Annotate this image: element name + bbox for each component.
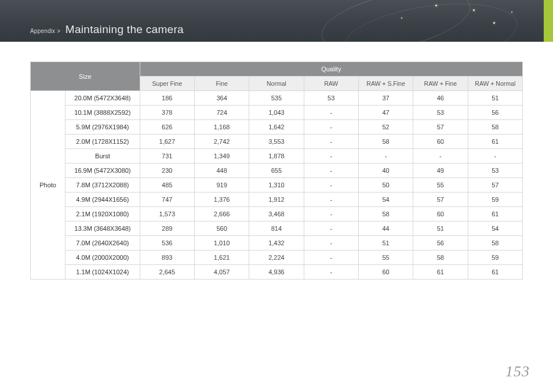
value-cell: - [304, 193, 358, 207]
value-cell: 44 [358, 222, 413, 236]
value-cell: 1,573 [140, 207, 194, 222]
category-cell: Photo [31, 91, 66, 280]
table-row: 2.1M (1920X1080)1,5732,6663,468-586061 [31, 207, 523, 222]
value-cell: 186 [140, 91, 194, 106]
value-cell: 61 [413, 265, 468, 280]
size-cell: 16.9M (5472X3080) [66, 164, 140, 178]
value-cell: 53 [468, 164, 522, 178]
value-cell: - [304, 265, 358, 280]
value-cell: - [304, 251, 358, 265]
value-cell: 1,627 [140, 135, 194, 149]
value-cell: 51 [468, 91, 522, 106]
value-cell: - [304, 164, 358, 178]
accent-strip [544, 0, 553, 42]
value-cell: 1,912 [249, 193, 304, 207]
value-cell: 626 [140, 120, 194, 135]
value-cell: 51 [358, 236, 413, 251]
size-cell: 20.0M (5472X3648) [66, 91, 140, 106]
value-cell: 49 [413, 164, 468, 178]
value-cell: 54 [468, 222, 522, 236]
value-cell: 1,010 [194, 236, 249, 251]
value-cell: 47 [358, 106, 413, 120]
th-quality-col: RAW + Normal [468, 77, 522, 91]
table-row: 7.8M (3712X2088)4859191,310-505557 [31, 178, 523, 193]
sparkle-icon [511, 12, 512, 13]
table-row: 4.9M (2944X1656)7471,3761,912-545759 [31, 193, 523, 207]
value-cell: 60 [413, 207, 468, 222]
value-cell: - [413, 149, 468, 164]
value-cell: 56 [413, 236, 468, 251]
value-cell: 1,878 [249, 149, 304, 164]
value-cell: 1,168 [194, 120, 249, 135]
table-row: 1.1M (1024X1024)2,6454,0574,936-606161 [31, 265, 523, 280]
value-cell: 59 [468, 193, 522, 207]
value-cell: 60 [413, 135, 468, 149]
value-cell: 55 [358, 251, 413, 265]
page-header-band: Appendix > Maintaining the camera [0, 0, 553, 42]
breadcrumb: Appendix > Maintaining the camera [30, 23, 184, 36]
th-quality-col: Normal [249, 77, 304, 91]
th-size: Size [31, 62, 140, 91]
sparkle-icon [435, 5, 437, 6]
breadcrumb-prefix: Appendix > [30, 28, 60, 34]
value-cell: 57 [468, 178, 522, 193]
value-cell: - [304, 135, 358, 149]
value-cell: 58 [358, 207, 413, 222]
size-cell: 4.0M (2000X2000) [66, 251, 140, 265]
value-cell: - [304, 178, 358, 193]
value-cell: 57 [413, 193, 468, 207]
value-cell: 57 [413, 120, 468, 135]
value-cell: 60 [358, 265, 413, 280]
size-cell: 10.1M (3888X2592) [66, 106, 140, 120]
size-cell: 2.0M (1728X1152) [66, 135, 140, 149]
value-cell: 230 [140, 164, 194, 178]
value-cell: 2,224 [249, 251, 304, 265]
value-cell: 61 [468, 265, 522, 280]
value-cell: 1,043 [249, 106, 304, 120]
th-quality-col: RAW [304, 77, 358, 91]
size-cell: 2.1M (1920X1080) [66, 207, 140, 222]
value-cell: 58 [358, 135, 413, 149]
value-cell: 37 [358, 91, 413, 106]
value-cell: 58 [413, 251, 468, 265]
value-cell: 535 [249, 91, 304, 106]
table-row: Photo20.0M (5472X3648)18636453553374651 [31, 91, 523, 106]
table-row: 10.1M (3888X2592)3787241,043-475356 [31, 106, 523, 120]
value-cell: 51 [413, 222, 468, 236]
value-cell: 364 [194, 91, 249, 106]
value-cell: - [358, 149, 413, 164]
value-cell: 560 [194, 222, 249, 236]
capacity-table: Size Quality Super FineFineNormalRAWRAW … [30, 61, 523, 280]
value-cell: 919 [194, 178, 249, 193]
value-cell: 59 [468, 251, 522, 265]
table-row: Burst7311,3491,878---- [31, 149, 523, 164]
value-cell: - [304, 222, 358, 236]
value-cell: 2,742 [194, 135, 249, 149]
value-cell: 46 [413, 91, 468, 106]
table-row: 16.9M (5472X3080)230448655-404953 [31, 164, 523, 178]
table-row: 5.9M (2976X1984)6261,1681,642-525758 [31, 120, 523, 135]
th-quality-col: RAW + S.Fine [358, 77, 413, 91]
value-cell: 2,666 [194, 207, 249, 222]
value-cell: 655 [249, 164, 304, 178]
value-cell: 448 [194, 164, 249, 178]
size-cell: 1.1M (1024X1024) [66, 265, 140, 280]
value-cell: 58 [468, 236, 522, 251]
sparkle-icon [493, 22, 495, 24]
value-cell: 58 [468, 120, 522, 135]
value-cell: 1,621 [194, 251, 249, 265]
page-title: Maintaining the camera [66, 23, 184, 35]
value-cell: 4,936 [249, 265, 304, 280]
value-cell: 289 [140, 222, 194, 236]
value-cell: 1,642 [249, 120, 304, 135]
value-cell: - [468, 149, 522, 164]
value-cell: - [304, 236, 358, 251]
size-cell: 5.9M (2976X1984) [66, 120, 140, 135]
value-cell: 731 [140, 149, 194, 164]
table-row: 4.0M (2000X2000)8931,6212,224-555859 [31, 251, 523, 265]
value-cell: 536 [140, 236, 194, 251]
value-cell: 3,553 [249, 135, 304, 149]
value-cell: 1,349 [194, 149, 249, 164]
sparkle-icon [401, 17, 402, 19]
value-cell: 53 [304, 91, 358, 106]
